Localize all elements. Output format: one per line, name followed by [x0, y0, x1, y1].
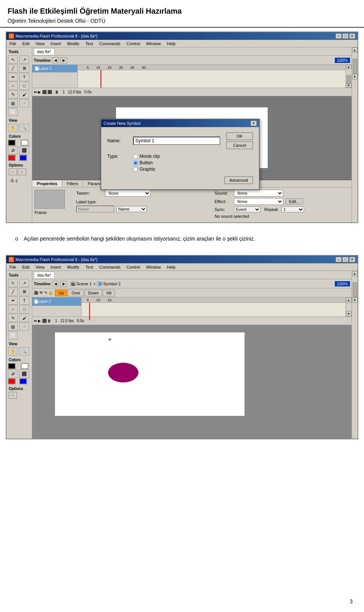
tool-oval[interactable]: ○: [8, 82, 18, 90]
name-type-select[interactable]: Name: [116, 206, 147, 212]
dialog-close-btn[interactable]: ✕: [251, 121, 257, 126]
tool2-zoom[interactable]: 🔍: [19, 347, 29, 356]
tool2-text[interactable]: T: [19, 296, 29, 305]
option-icon-1[interactable]: ↔: [9, 168, 17, 175]
tool2-no-stroke[interactable]: [8, 378, 16, 384]
timeline-back-btn[interactable]: ◀: [52, 57, 59, 63]
tool-line[interactable]: ╱: [8, 64, 18, 72]
menu-window-1[interactable]: Window: [144, 41, 162, 46]
tool2-default[interactable]: ⬛: [19, 370, 29, 378]
tool2-subselect[interactable]: ↗: [19, 279, 29, 287]
scroll-thumb-r1[interactable]: [353, 59, 357, 74]
tool-pencil[interactable]: ✎: [8, 90, 18, 99]
tool-pen[interactable]: ✒: [8, 73, 18, 81]
dialog-cancel-btn[interactable]: Cancel: [226, 142, 253, 149]
state-up[interactable]: Up: [55, 289, 67, 296]
menu-insert-2[interactable]: Insert: [49, 264, 63, 270]
menu-file-1[interactable]: File: [8, 41, 18, 46]
zoom-box-1[interactable]: 100%: [335, 58, 350, 63]
menu-commands-2[interactable]: Commands: [97, 264, 122, 270]
tool-no-fill[interactable]: [19, 155, 27, 161]
name-input-props[interactable]: [76, 206, 114, 212]
sync-select[interactable]: Event: [234, 206, 260, 212]
scroll-dn-t2[interactable]: ▼: [346, 311, 351, 316]
close-btn-2[interactable]: ✕: [349, 257, 355, 262]
doc-tab-2[interactable]: das.fla*: [34, 272, 55, 278]
scene-1-label[interactable]: Scene 1: [76, 282, 91, 286]
state-over[interactable]: Over: [68, 289, 84, 296]
maximize-btn-1[interactable]: □: [342, 33, 348, 39]
tool2-pencil[interactable]: ✎: [8, 314, 18, 322]
tool2-arrow[interactable]: ↖: [8, 279, 18, 287]
menu-file-2[interactable]: File: [8, 264, 18, 270]
tool2-rect[interactable]: □: [19, 305, 29, 313]
tool2-eyedrop[interactable]: 💉: [19, 323, 29, 331]
scroll-dn-1[interactable]: ▼: [346, 83, 351, 88]
tool2-line[interactable]: ╱: [8, 288, 18, 296]
menu-text-1[interactable]: Text: [84, 41, 94, 46]
state-hit[interactable]: Hit: [103, 289, 115, 296]
effect-select[interactable]: None: [234, 198, 283, 205]
menu-insert-1[interactable]: Insert: [49, 41, 63, 46]
dialog-ok-btn[interactable]: OK: [226, 132, 253, 140]
props-tab-properties[interactable]: Properties: [32, 180, 62, 187]
tool-eyedrop[interactable]: 💉: [19, 99, 29, 107]
menu-view-1[interactable]: View: [34, 41, 46, 46]
scroll-up-1[interactable]: ▲: [346, 65, 351, 69]
tool-default-colors[interactable]: ⬛: [19, 146, 29, 154]
tool2-eraser[interactable]: ⬜: [8, 331, 18, 340]
tool-eraser[interactable]: ⬜: [8, 108, 18, 116]
close-btn-1[interactable]: ✕: [349, 33, 355, 39]
tool-no-stroke[interactable]: [8, 155, 16, 161]
dialog-name-input[interactable]: [133, 137, 220, 145]
menu-text-2[interactable]: Text: [84, 264, 94, 270]
edit-btn[interactable]: Edit...: [286, 198, 303, 205]
tool-hand[interactable]: ✋: [8, 124, 18, 132]
radio-button[interactable]: [133, 160, 138, 165]
scroll-up-t2[interactable]: ▲: [346, 297, 351, 303]
tool2-fill-col[interactable]: [21, 363, 28, 369]
option2-icon-1[interactable]: ↔: [9, 392, 17, 399]
menu-control-1[interactable]: Control: [125, 41, 141, 46]
tool2-no-fill[interactable]: [19, 378, 27, 384]
menu-modify-2[interactable]: Modify: [66, 264, 81, 270]
menu-edit-1[interactable]: Edit: [21, 41, 31, 46]
menu-edit-2[interactable]: Edit: [21, 264, 31, 270]
tool-rect[interactable]: □: [19, 82, 29, 90]
menu-modify-1[interactable]: Modify: [66, 41, 81, 46]
menu-commands-1[interactable]: Commands: [97, 41, 122, 46]
menu-view-2[interactable]: View: [34, 264, 46, 270]
option-icon-2[interactable]: ↕: [18, 168, 26, 175]
props-tab-filters[interactable]: Filters: [62, 180, 83, 187]
scroll-dn-r2[interactable]: ▼: [352, 297, 358, 303]
scroll-dn-r1[interactable]: ▼: [352, 74, 358, 79]
tool2-fill[interactable]: ▤: [8, 323, 18, 331]
zoom-box-2[interactable]: 100%: [335, 281, 350, 286]
symbol-2-label[interactable]: Symbol 2: [103, 282, 121, 286]
minimize-btn-2[interactable]: ─: [336, 257, 342, 262]
scroll-thumb-r2[interactable]: [353, 282, 357, 297]
dialog-advanced-btn[interactable]: Advanced: [224, 176, 253, 184]
tool-stroke-color[interactable]: [8, 140, 16, 146]
sound-select[interactable]: None: [234, 190, 283, 197]
radio-movieclip[interactable]: [133, 154, 138, 159]
tool-text[interactable]: T: [19, 73, 29, 81]
tool2-swap[interactable]: ⇄: [8, 370, 18, 378]
tool-zoom[interactable]: 🔍: [19, 124, 29, 132]
radio-graphic[interactable]: [133, 167, 138, 172]
menu-control-2[interactable]: Control: [125, 264, 141, 270]
tool-lasso[interactable]: ⌘: [19, 64, 29, 72]
minimize-btn-1[interactable]: ─: [336, 33, 342, 39]
tool-fill-color[interactable]: [21, 140, 28, 146]
tool2-hand[interactable]: ✋: [8, 347, 18, 356]
timeline2-fwd[interactable]: ▶: [60, 281, 67, 287]
timeline2-back[interactable]: ◀: [52, 281, 59, 287]
scroll-thumb-1[interactable]: [347, 75, 351, 83]
maximize-btn-2[interactable]: □: [342, 257, 348, 262]
tool2-oval[interactable]: ○: [8, 305, 18, 313]
timeline-fwd-btn[interactable]: ▶: [60, 57, 67, 63]
menu-window-2[interactable]: Window: [144, 264, 162, 270]
menu-help-2[interactable]: Help: [165, 264, 177, 270]
repeat-select[interactable]: 1: [281, 206, 304, 212]
doc-tab-1[interactable]: das.fla*: [34, 48, 55, 55]
